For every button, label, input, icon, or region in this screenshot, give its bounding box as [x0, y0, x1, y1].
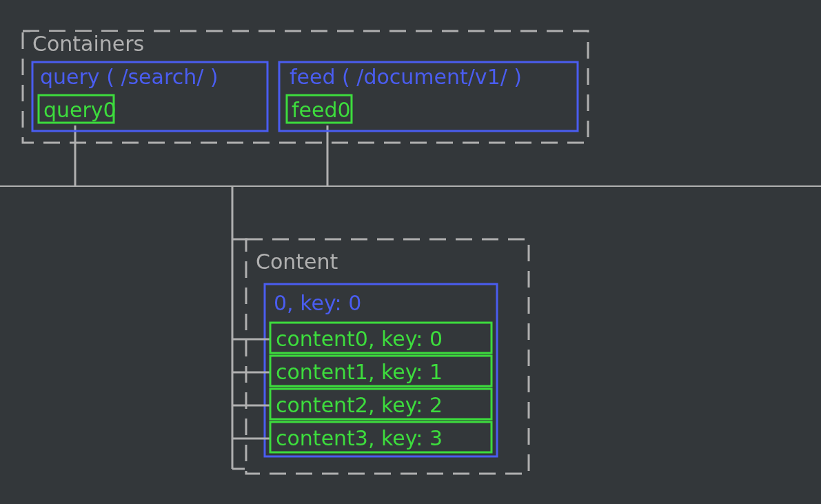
content-row-2-label: content2, key: 2 [276, 393, 443, 417]
query0-label: query0 [43, 98, 116, 122]
feed-title: feed ( /document/v1/ ) [290, 65, 522, 89]
content-row-0-label: content0, key: 0 [276, 327, 443, 351]
content-row-3-label: content3, key: 3 [276, 426, 443, 450]
query-title: query ( /search/ ) [40, 65, 219, 89]
feed0-label: feed0 [292, 98, 351, 122]
content-header: 0, key: 0 [274, 291, 361, 315]
content-label: Content [256, 250, 338, 274]
content-row-1-label: content1, key: 1 [276, 360, 443, 384]
containers-label: Containers [32, 32, 144, 56]
